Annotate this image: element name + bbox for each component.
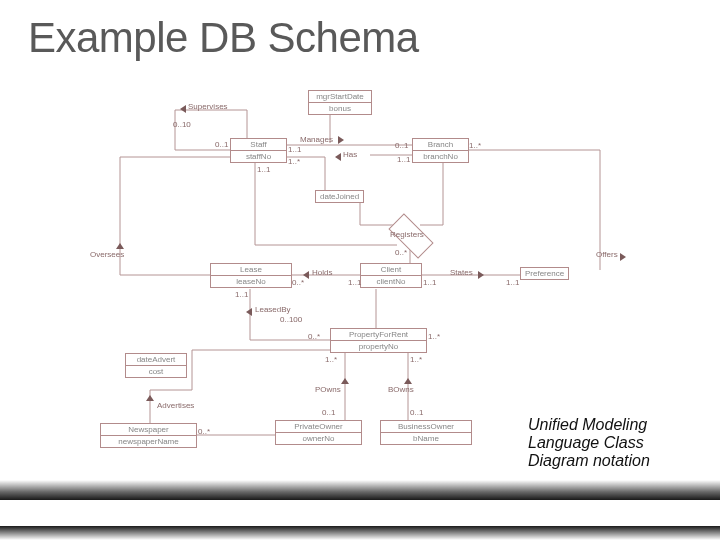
assoc-datejoined: dateJoined <box>315 190 364 203</box>
lbl-has: Has <box>343 150 357 159</box>
entity-newspaper: Newspaper newspaperName <box>100 423 197 448</box>
entity-dateadvert-hdr: dateAdvert <box>126 354 186 366</box>
card-0-1d: 0..1 <box>410 408 423 417</box>
card-0-1b: 0..1 <box>395 141 408 150</box>
lbl-bowns: BOwns <box>388 385 414 394</box>
card-1sa: 1..* <box>288 157 300 166</box>
entity-mgr-attr: bonus <box>309 103 371 114</box>
lbl-powns: POwns <box>315 385 341 394</box>
card-1-1a: 1..1 <box>288 145 301 154</box>
page-title: Example DB Schema <box>28 14 419 62</box>
lbl-advertises: Advertises <box>157 401 194 410</box>
card-0-1a: 0..1 <box>215 140 228 149</box>
assoc-registers-label: Registers <box>390 230 424 239</box>
arrow-icon <box>341 378 349 384</box>
arrow-icon <box>180 105 186 113</box>
card-0sb: 0..* <box>308 332 320 341</box>
card-1-1g: 1..1 <box>257 165 270 174</box>
entity-mgr-hdr: mgrStartDate <box>309 91 371 103</box>
entity-property-hdr: PropertyForRent <box>331 329 426 341</box>
entity-lease-hdr: Lease <box>211 264 291 276</box>
caption-text: Unified Modeling Language Class Diagram … <box>528 416 678 470</box>
arrow-icon <box>335 153 341 161</box>
arrow-icon <box>146 395 154 401</box>
card-0-10: 0..10 <box>173 120 191 129</box>
entity-bowner-hdr: BusinessOwner <box>381 421 471 433</box>
entity-newspaper-attr: newspaperName <box>101 436 196 447</box>
lbl-holds: Holds <box>312 268 332 277</box>
lbl-offers: Offers <box>596 250 618 259</box>
arrow-icon <box>404 378 412 384</box>
card-1-1f: 1..1 <box>235 290 248 299</box>
entity-dateadvert-attr: cost <box>126 366 186 377</box>
entity-preference: Preference <box>520 267 569 280</box>
entity-property: PropertyForRent propertyNo <box>330 328 427 353</box>
entity-powner-attr: ownerNo <box>276 433 361 444</box>
entity-powner-hdr: PrivateOwner <box>276 421 361 433</box>
entity-staff-attr: staffNo <box>231 151 286 162</box>
lbl-manages: Manages <box>300 135 333 144</box>
arrow-icon <box>478 271 484 279</box>
arrow-icon <box>116 243 124 249</box>
entity-branch-attr: branchNo <box>413 151 468 162</box>
entity-lease: Lease leaseNo <box>210 263 292 288</box>
arrow-icon <box>338 136 344 144</box>
card-1sc: 1..* <box>325 355 337 364</box>
entity-newspaper-hdr: Newspaper <box>101 424 196 436</box>
lbl-leasedby: LeasedBy <box>255 305 291 314</box>
entity-client: Client clientNo <box>360 263 422 288</box>
entity-property-attr: propertyNo <box>331 341 426 352</box>
card-1-1b: 1..1 <box>397 155 410 164</box>
card-1sb: 1..* <box>469 141 481 150</box>
arrow-icon <box>246 308 252 316</box>
card-1-1c: 1..1 <box>348 278 361 287</box>
card-1-1e: 1..1 <box>506 278 519 287</box>
entity-dateadvert: dateAdvert cost <box>125 353 187 378</box>
entity-powner: PrivateOwner ownerNo <box>275 420 362 445</box>
lbl-supervises: Supervises <box>188 102 228 111</box>
card-1sd: 1..* <box>410 355 422 364</box>
entity-mgr: mgrStartDate bonus <box>308 90 372 115</box>
entity-branch: Branch branchNo <box>412 138 469 163</box>
entity-staff: Staff staffNo <box>230 138 287 163</box>
entity-client-attr: clientNo <box>361 276 421 287</box>
entity-bowner-attr: bName <box>381 433 471 444</box>
card-1se: 1..* <box>428 332 440 341</box>
slide: Example DB Schema mgrStartDate bonus Sta… <box>0 0 720 540</box>
card-0-100: 0..100 <box>280 315 302 324</box>
entity-staff-hdr: Staff <box>231 139 286 151</box>
decor-shadow <box>0 480 720 500</box>
lbl-states: States <box>450 268 473 277</box>
entity-client-hdr: Client <box>361 264 421 276</box>
entity-bowner: BusinessOwner bName <box>380 420 472 445</box>
card-0sa: 0..* <box>292 278 304 287</box>
entity-branch-hdr: Branch <box>413 139 468 151</box>
decor-shadow2 <box>0 526 720 540</box>
uml-diagram: mgrStartDate bonus Staff staffNo Branch … <box>60 85 660 465</box>
card-0-1c: 0..1 <box>322 408 335 417</box>
arrow-icon <box>620 253 626 261</box>
card-0sd: 0..* <box>198 427 210 436</box>
entity-lease-attr: leaseNo <box>211 276 291 287</box>
lbl-oversees: Oversees <box>90 250 124 259</box>
card-0sc: 0..* <box>395 248 407 257</box>
card-1-1d: 1..1 <box>423 278 436 287</box>
